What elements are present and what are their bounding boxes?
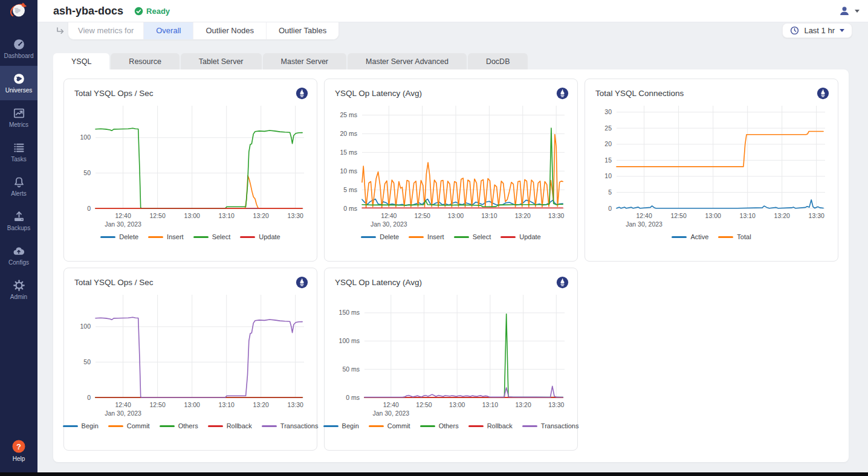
legend-item[interactable]: Commit — [369, 422, 410, 429]
tasks-list-icon — [13, 141, 25, 154]
tab-master-server[interactable]: Master Server — [263, 53, 347, 69]
legend-item[interactable]: Rollback — [468, 422, 513, 429]
svg-text:?: ? — [16, 442, 21, 451]
svg-text:13:20: 13:20 — [774, 212, 790, 219]
sidebar-item-help[interactable]: ? Help — [0, 435, 37, 466]
legend-label: Insert — [167, 233, 184, 240]
sidebar-item-alerts[interactable]: Alerts — [0, 169, 37, 204]
legend-swatch — [160, 425, 175, 427]
legend-item[interactable]: Others — [160, 422, 198, 429]
legend-item[interactable]: Transactions — [522, 422, 579, 429]
svg-text:13:10: 13:10 — [219, 401, 235, 408]
legend-label: Commit — [127, 422, 150, 429]
svg-text:13:20: 13:20 — [515, 212, 531, 219]
legend-label: Select — [473, 233, 491, 240]
alerts-bell-icon — [13, 176, 25, 188]
tab-ysql[interactable]: YSQL — [53, 53, 109, 69]
svg-text:12:40: 12:40 — [381, 212, 397, 219]
sidebar-item-metrics[interactable]: Metrics — [0, 100, 37, 135]
tab-master-server-advanced[interactable]: Master Server Advanced — [348, 53, 467, 69]
legend-item[interactable]: Insert — [148, 233, 184, 240]
prometheus-icon[interactable] — [296, 276, 308, 289]
svg-text:13:00: 13:00 — [184, 401, 200, 408]
chart-header: Total YSQL Connections — [585, 79, 838, 100]
user-menu[interactable] — [838, 0, 860, 22]
chart-title: YSQL Op Latency (Avg) — [335, 278, 422, 287]
sidebar-item-admin[interactable]: Admin — [0, 272, 37, 307]
sidebar-item-backups[interactable]: Backups — [0, 204, 37, 238]
legend-swatch — [63, 425, 78, 427]
scope-outlier-tables[interactable]: Outlier Tables — [266, 22, 338, 39]
svg-text:13:30: 13:30 — [288, 401, 303, 408]
svg-text:13:20: 13:20 — [253, 212, 269, 219]
legend-item[interactable]: Transactions — [262, 422, 319, 429]
chart-header: YSQL Op Latency (Avg) — [325, 79, 577, 100]
legend-item[interactable]: Insert — [409, 233, 444, 240]
tab-docdb[interactable]: DocDB — [468, 53, 528, 69]
status-text: Ready — [146, 7, 170, 16]
chart-plot-area[interactable]: 12:4012:5013:0013:1013:2013:300 ms5 ms10… — [332, 100, 570, 230]
scope-selector: View metrics for Overall Outlier Nodes O… — [68, 22, 339, 40]
legend-item[interactable]: Delete — [361, 233, 399, 240]
prometheus-icon[interactable] — [556, 276, 569, 289]
sidebar-item-tasks[interactable]: Tasks — [0, 135, 37, 169]
svg-text:13:20: 13:20 — [253, 401, 269, 408]
legend-label: Transactions — [541, 422, 579, 429]
chart-title: YSQL Op Latency (Avg) — [335, 89, 422, 98]
chart-plot-area[interactable]: 12:4012:5013:0013:1013:2013:30050100Jan … — [71, 289, 309, 419]
chart-card: Total YSQL Ops / Sec12:4012:5013:0013:10… — [63, 268, 317, 451]
legend-item[interactable]: Begin — [63, 422, 99, 429]
time-range-dropdown[interactable]: Last 1 hr — [782, 23, 852, 38]
legend-item[interactable]: Update — [240, 233, 280, 240]
legend-item[interactable]: Total — [718, 233, 751, 240]
legend-item[interactable]: Others — [420, 422, 459, 429]
chevron-down-icon — [840, 29, 844, 32]
sidebar-item-dashboard[interactable]: Dashboard — [0, 31, 37, 66]
charts-row-1: Total YSQL Ops / Sec12:4012:5013:0013:10… — [63, 79, 838, 262]
legend-item[interactable]: Update — [500, 233, 540, 240]
tab-resource[interactable]: Resource — [111, 53, 180, 69]
sidebar-item-label: Admin — [10, 294, 27, 300]
chart-plot-area[interactable]: 12:4012:5013:0013:1013:2013:300 ms50 ms1… — [332, 289, 570, 419]
svg-text:50: 50 — [83, 169, 91, 176]
legend-item[interactable]: Select — [454, 233, 491, 240]
chart-plot-area[interactable]: 12:4012:5013:0013:1013:2013:300510152025… — [592, 100, 831, 230]
legend-swatch — [420, 425, 435, 427]
svg-text:12:40: 12:40 — [115, 401, 131, 408]
legend-swatch — [148, 236, 163, 238]
legend-label: Total — [737, 233, 751, 240]
scope-overall[interactable]: Overall — [143, 22, 193, 39]
tab-tablet-server[interactable]: Tablet Server — [181, 53, 262, 69]
svg-text:12:40: 12:40 — [636, 212, 652, 219]
chart-plot-area[interactable]: 12:4012:5013:0013:1013:2013:30050100Jan … — [71, 100, 309, 230]
svg-text:10 ms: 10 ms — [340, 167, 357, 175]
legend-item[interactable]: Active — [672, 233, 708, 240]
svg-text:5 ms: 5 ms — [343, 186, 357, 193]
legend-item[interactable]: Rollback — [208, 422, 252, 429]
prometheus-icon[interactable] — [296, 87, 308, 100]
legend-item[interactable]: Select — [193, 233, 231, 240]
chart-card: YSQL Op Latency (Avg)12:4012:5013:0013:1… — [324, 79, 578, 262]
legend-item[interactable]: Delete — [100, 233, 138, 240]
legend-label: Others — [178, 422, 198, 429]
prometheus-icon[interactable] — [556, 87, 569, 100]
legend-item[interactable]: Begin — [323, 422, 359, 429]
legend-label: Delete — [380, 233, 399, 240]
sidebar-item-configs[interactable]: Configs — [0, 238, 37, 272]
legend-item[interactable]: Commit — [108, 422, 150, 429]
legend-label: Rollback — [227, 422, 252, 429]
svg-text:13:30: 13:30 — [288, 212, 303, 219]
svg-text:13:00: 13:00 — [449, 401, 465, 408]
legend-swatch — [361, 236, 376, 238]
metrics-tabs: YSQL Resource Tablet Server Master Serve… — [53, 53, 528, 69]
charts-grid: Total YSQL Ops / Sec12:4012:5013:0013:10… — [53, 69, 849, 460]
svg-text:12:50: 12:50 — [149, 212, 165, 219]
app-logo[interactable] — [0, 0, 37, 22]
yugabyte-logo-icon — [8, 2, 29, 20]
prometheus-icon[interactable] — [817, 87, 829, 100]
sidebar-item-label: Dashboard — [4, 53, 34, 59]
chart-legend: BeginCommitOthersRollbackTransactions — [64, 422, 317, 429]
chart-card: YSQL Op Latency (Avg)12:4012:5013:0013:1… — [324, 268, 578, 451]
scope-outlier-nodes[interactable]: Outlier Nodes — [193, 22, 265, 39]
sidebar-item-universes[interactable]: Universes — [0, 66, 37, 100]
